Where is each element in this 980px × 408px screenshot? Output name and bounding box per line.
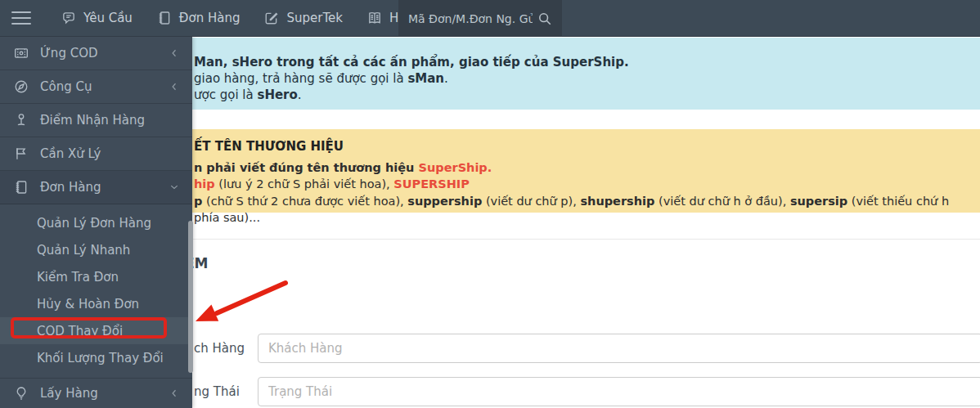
topnav-label: Đơn Hàng bbox=[179, 11, 241, 25]
topnav-label: SuperTek bbox=[286, 11, 342, 25]
search-panel-heading: ẾM bbox=[192, 255, 227, 275]
banknote-icon bbox=[13, 46, 29, 61]
sidebar-item-label: Công Cụ bbox=[40, 79, 169, 94]
highlight-rectangle bbox=[11, 317, 167, 339]
sidebar-item-cong-cu[interactable]: Công Cụ bbox=[0, 70, 192, 104]
sidebar-item-ung-cod[interactable]: Ứng COD bbox=[0, 37, 192, 70]
topnav-yeu-cau[interactable]: Yêu Cầu bbox=[49, 0, 145, 37]
sidebar-subitem-khoi-luong-thay-doi[interactable]: Khối Lượng Thay Đổi bbox=[0, 344, 192, 371]
sidebar-subitem-quan-ly-nhanh[interactable]: Quản Lý Nhanh bbox=[0, 236, 192, 263]
sidebar-subitem-huy-hoan-don[interactable]: Hủy & Hoàn Đơn bbox=[0, 290, 192, 317]
status-input[interactable] bbox=[258, 377, 980, 406]
topnav-label: Yêu Cầu bbox=[83, 11, 133, 25]
topbar-search bbox=[398, 0, 562, 37]
compass-icon bbox=[13, 79, 29, 94]
customer-label: ch Hàng bbox=[194, 341, 245, 356]
map-pin-icon bbox=[13, 113, 29, 128]
topnav-supertek[interactable]: SuperTek bbox=[252, 0, 354, 37]
customer-input[interactable] bbox=[258, 334, 980, 363]
chevron-down-icon bbox=[169, 182, 179, 192]
chat-bubble-icon bbox=[61, 11, 76, 25]
order-search-input[interactable] bbox=[408, 12, 533, 25]
sidebar-subitem-quan-ly-don-hang[interactable]: Quản Lý Đơn Hàng bbox=[0, 209, 192, 236]
sidebar-subitem-kiem-tra-don[interactable]: Kiểm Tra Đơn bbox=[0, 263, 192, 290]
sidebar-item-label: Đơn Hàng bbox=[40, 180, 169, 195]
main-content: Man, sHero trong tất cả các ấn phẩm, gia… bbox=[192, 37, 980, 408]
hamburger-menu-icon[interactable] bbox=[11, 11, 31, 25]
sidebar-item-label: Lấy Hàng bbox=[40, 386, 169, 401]
topnav-don-hang[interactable]: Đơn Hàng bbox=[145, 0, 253, 37]
lightbulb-icon bbox=[13, 386, 29, 401]
sidebar-scrollbar-thumb[interactable] bbox=[188, 221, 193, 373]
open-book-icon bbox=[367, 11, 382, 25]
notice-yellow: ẾT TÊN THƯƠNG HIỆU n phải viết đúng tên … bbox=[192, 129, 980, 213]
don-hang-submenu: Quản Lý Đơn Hàng Quản Lý Nhanh Kiểm Tra … bbox=[0, 204, 192, 378]
status-label: ng Thái bbox=[194, 384, 240, 399]
chevron-left-icon bbox=[169, 48, 179, 58]
notice-blue-line3: ược gọi là sHero. bbox=[194, 87, 968, 103]
notebook-icon bbox=[157, 11, 172, 25]
notice-blue: Man, sHero trong tất cả các ấn phẩm, gia… bbox=[192, 38, 980, 110]
sidebar-item-don-hang[interactable]: Đơn Hàng bbox=[0, 171, 192, 204]
notice-blue-line2: giao hàng, trả hàng sẽ được gọi là sMan. bbox=[194, 70, 968, 87]
sidebar-item-label: Điểm Nhận Hàng bbox=[40, 113, 179, 128]
search-icon[interactable] bbox=[537, 11, 552, 26]
panel-divider bbox=[192, 239, 980, 240]
notice-blue-line1: Man, sHero trong tất cả các ấn phẩm, gia… bbox=[194, 55, 629, 69]
notice-yellow-line3: p (chữ S thứ 2 chưa được viết hoa), supp… bbox=[194, 193, 968, 226]
notice-yellow-line1: n phải viết đúng tên thương hiệu SuperSh… bbox=[194, 159, 968, 177]
sidebar-item-label: Ứng COD bbox=[40, 46, 169, 61]
notice-yellow-line2: hip (lưu ý 2 chữ S phải viết hoa), SUPER… bbox=[194, 176, 968, 193]
chevron-left-icon bbox=[169, 388, 179, 398]
sidebar-item-diem-nhan-hang[interactable]: Điểm Nhận Hàng bbox=[0, 104, 192, 137]
notebook-icon bbox=[13, 180, 29, 195]
notice-yellow-heading: ẾT TÊN THƯƠNG HIỆU bbox=[194, 138, 968, 155]
sidebar-item-label: Cần Xử Lý bbox=[40, 146, 179, 161]
sidebar: Ứng COD Công Cụ Điểm Nhận Hàng Cần Xử Lý bbox=[0, 37, 192, 408]
edit-icon bbox=[264, 11, 279, 25]
topbar: Yêu Cầu Đơn Hàng SuperTek bbox=[0, 0, 980, 37]
flag-icon bbox=[13, 146, 29, 161]
sidebar-item-can-xu-ly[interactable]: Cần Xử Lý bbox=[0, 137, 192, 171]
sidebar-item-lay-hang[interactable]: Lấy Hàng bbox=[0, 378, 192, 408]
chevron-left-icon bbox=[169, 82, 179, 92]
